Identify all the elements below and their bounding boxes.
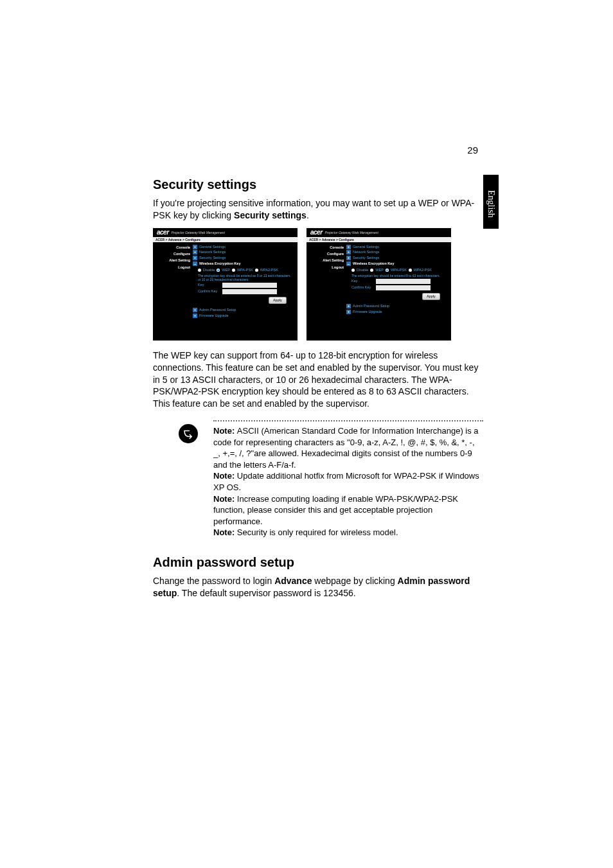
collapse-icon: –: [346, 261, 351, 266]
note-3: Increase computing loading if enable WPA…: [213, 494, 458, 526]
note-1: ASCII (American Standard Code for Inform…: [213, 426, 479, 470]
screenshot-wpa: acer Projector Gateway Web Management AC…: [306, 228, 451, 341]
sidebar-alert: Alert Setting: [306, 258, 344, 263]
expand-icon: +: [193, 256, 197, 260]
item-wep-key: Wireless Encryption Key: [199, 261, 240, 267]
radio-wpa2: WPA2-PSK: [414, 268, 432, 273]
confirm-label: Confirm Key: [198, 289, 220, 294]
confirm-field: [222, 289, 277, 294]
encryption-desc: The encryption key should be entered 8 t…: [351, 274, 447, 278]
key-label: Key: [198, 283, 220, 288]
sidebar-configure: Configure: [306, 251, 344, 256]
item-general: General Settings: [353, 245, 379, 250]
item-firmware: Firmware Upgrade: [199, 314, 229, 319]
radio-icon-selected: [386, 269, 389, 272]
item-admin-pw: Admin Password Setup: [199, 308, 236, 313]
item-wep-key: Wireless Encryption Key: [353, 261, 394, 267]
sidebar-alert: Alert Setting: [153, 258, 190, 263]
sidebar-console: Console: [306, 245, 344, 250]
note-label: Note:: [213, 494, 237, 504]
radio-wpa: WPA-PSK: [391, 268, 407, 273]
item-general: General Settings: [199, 245, 226, 250]
sidebar-logout: Logout: [306, 265, 344, 270]
sidebar-configure: Configure: [153, 251, 190, 256]
language-tab: English: [483, 175, 499, 229]
radio-icon: [409, 269, 412, 272]
breadcrumb: ACER > Advance > Configure: [153, 237, 298, 242]
radio-icon: [255, 269, 258, 272]
admin-paragraph: Change the password to login Advance web…: [153, 575, 481, 599]
radio-wep: WEP: [222, 268, 230, 273]
encryption-radios: Disable WEP WPA-PSK WPA2-PSK: [198, 268, 294, 273]
notes-text: Note: ASCII (American Standard Code for …: [213, 425, 483, 538]
key-field: [376, 279, 431, 284]
intro-text-b: Security settings: [234, 210, 306, 220]
key-field: [222, 283, 277, 288]
expand-icon: +: [193, 314, 197, 318]
screenshot-main: +General Settings +Network Settings +Sec…: [193, 242, 298, 339]
sidebar-logout: Logout: [153, 265, 190, 270]
screenshot-main: +General Settings +Network Settings +Sec…: [346, 242, 451, 339]
item-admin-pw: Admin Password Setup: [353, 304, 389, 309]
apply-button: Apply: [422, 293, 440, 300]
note-icon: [179, 424, 198, 443]
confirm-label: Confirm Key: [351, 285, 373, 290]
intro-text-c: .: [306, 210, 309, 220]
acer-logo: acer: [310, 229, 323, 236]
logo-subtitle: Projector Gateway Web Management: [325, 231, 378, 235]
encryption-radios: Disable WEP WPA-PSK WPA2-PSK: [351, 268, 447, 273]
radio-wpa2: WPA2-PSK: [260, 268, 278, 273]
radio-icon-selected: [217, 269, 220, 272]
note-label: Note:: [213, 426, 237, 436]
heading-admin-password: Admin password setup: [153, 555, 481, 570]
dotted-divider: [213, 420, 483, 421]
radio-icon: [370, 269, 373, 272]
logo-subtitle: Projector Gateway Web Management: [172, 231, 225, 235]
confirm-field: [376, 285, 431, 290]
screenshot-row: acer Projector Gateway Web Management AC…: [153, 228, 481, 341]
expand-icon: +: [193, 308, 197, 312]
note-2: Update additional hotfix from Microsoft …: [213, 471, 479, 492]
admin-p-c: webpage by clicking: [312, 576, 397, 586]
item-security: Security Settings: [199, 256, 226, 261]
radio-icon: [351, 269, 355, 272]
sidebar-console: Console: [153, 245, 190, 250]
radio-icon: [198, 269, 201, 272]
apply-button: Apply: [269, 297, 287, 304]
radio-wep: WEP: [375, 268, 384, 273]
wep-paragraph: The WEP key can support from 64- up to 1…: [153, 350, 481, 410]
key-label: Key: [351, 279, 373, 284]
encryption-desc: The encryption key should be entered as …: [198, 274, 294, 281]
note-4: Security is only required for wireless m…: [237, 527, 398, 537]
expand-icon: +: [193, 250, 197, 254]
radio-icon: [232, 269, 235, 272]
intro-paragraph: If you're projecting sensitive informati…: [153, 197, 481, 222]
admin-p-a: Change the password to login: [153, 576, 274, 586]
expand-icon: +: [346, 250, 351, 254]
breadcrumb: ACER > Advance > Configure: [306, 237, 451, 242]
screenshot-sidebar: Console Configure Alert Setting Logout: [306, 242, 346, 339]
acer-logo: acer: [157, 229, 169, 236]
collapse-icon: –: [193, 261, 197, 266]
screenshot-sidebar: Console Configure Alert Setting Logout: [153, 242, 193, 339]
heading-security-settings: Security settings: [153, 177, 481, 192]
expand-icon: +: [346, 304, 351, 308]
admin-p-e: . The default supervisor password is 123…: [177, 588, 355, 598]
item-firmware: Firmware Upgrade: [353, 310, 382, 315]
radio-disable: Disable: [357, 268, 368, 273]
radio-wpa: WPA-PSK: [237, 268, 253, 273]
page-number: 29: [467, 145, 478, 155]
expand-icon: +: [193, 245, 197, 249]
radio-disable: Disable: [203, 268, 215, 273]
item-network: Network Settings: [199, 250, 226, 255]
intro-text-a: If you're projecting sensitive informati…: [153, 198, 474, 220]
expand-icon: +: [346, 256, 351, 260]
item-network: Network Settings: [353, 250, 380, 255]
item-security: Security Settings: [353, 256, 379, 261]
note-label: Note:: [213, 527, 237, 537]
screenshot-wep: acer Projector Gateway Web Management AC…: [153, 228, 298, 341]
screenshot-header: acer Projector Gateway Web Management: [153, 228, 298, 237]
screenshot-header: acer Projector Gateway Web Management: [306, 228, 451, 237]
admin-p-b: Advance: [274, 576, 312, 586]
expand-icon: +: [346, 310, 351, 314]
